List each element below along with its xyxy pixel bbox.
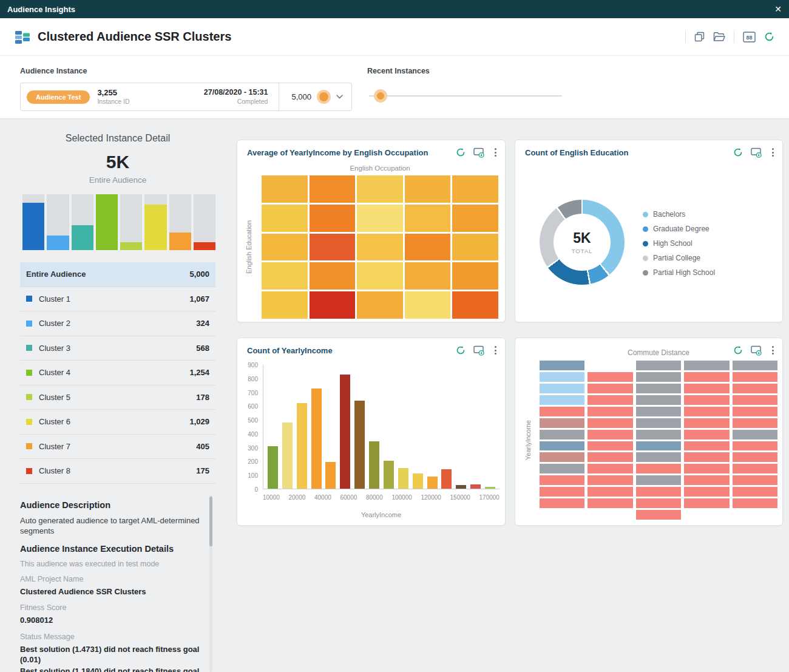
mosaic-cell[interactable]	[636, 487, 681, 497]
heatmap-cell[interactable]	[405, 262, 451, 290]
heatmap-cell[interactable]	[357, 291, 403, 319]
bar[interactable]	[297, 403, 307, 489]
refresh-icon[interactable]	[733, 148, 743, 157]
bar[interactable]	[413, 473, 423, 489]
legend-item[interactable]: Graduate Degree	[643, 225, 715, 233]
mosaic-cell[interactable]	[540, 395, 584, 405]
bar[interactable]	[441, 469, 452, 489]
legend-item[interactable]: Partial College	[643, 254, 715, 262]
bar[interactable]	[384, 461, 394, 489]
mosaic-cell[interactable]	[588, 452, 632, 462]
mosaic-cell[interactable]	[636, 441, 681, 451]
mosaic-cell[interactable]	[540, 475, 584, 485]
mosaic-cell[interactable]	[684, 498, 729, 508]
duplicate-icon[interactable]	[694, 32, 705, 42]
mosaic-cell[interactable]	[636, 418, 681, 428]
mosaic-cell[interactable]	[684, 384, 729, 393]
mosaic-cell[interactable]	[684, 452, 729, 462]
heatmap-cell[interactable]	[405, 205, 451, 232]
bar[interactable]	[485, 487, 495, 489]
mosaic-cell[interactable]	[733, 498, 777, 508]
heatmap-cell[interactable]	[262, 262, 308, 290]
mosaic-cell[interactable]	[540, 384, 584, 393]
heatmap-cell[interactable]	[452, 234, 498, 261]
heatmap-cell[interactable]	[310, 234, 356, 261]
heatmap-cell[interactable]	[310, 175, 356, 203]
cluster-row[interactable]: Cluster 41,254	[20, 361, 215, 385]
mosaic-cell[interactable]	[636, 407, 681, 416]
kebab-menu-icon[interactable]	[492, 345, 499, 355]
heatmap-cell[interactable]	[262, 175, 308, 203]
legend-item[interactable]: Partial High School	[643, 268, 715, 277]
bar[interactable]	[311, 389, 322, 489]
mosaic-cell[interactable]	[588, 498, 632, 508]
bar[interactable]	[340, 375, 350, 489]
mosaic-cell[interactable]	[588, 441, 632, 451]
mosaic-cell[interactable]	[733, 487, 777, 497]
mosaic-cell[interactable]	[540, 464, 584, 473]
mosaic-cell[interactable]	[684, 361, 729, 370]
mosaic-cell[interactable]	[684, 464, 729, 473]
instance-card[interactable]: Audience Test 3,255 Instance ID 27/08/20…	[20, 83, 352, 111]
heatmap-cell[interactable]	[357, 205, 403, 232]
legend-item[interactable]: High School	[643, 239, 715, 248]
mosaic-cell[interactable]	[636, 361, 681, 370]
mosaic-cell[interactable]	[733, 441, 777, 451]
mosaic-cell[interactable]	[540, 361, 584, 370]
bar[interactable]	[398, 468, 408, 489]
mosaic-cell[interactable]	[540, 418, 584, 428]
mosaic-cell[interactable]	[588, 372, 632, 382]
slider-handle[interactable]	[374, 89, 387, 103]
mosaic-cell[interactable]	[636, 464, 681, 473]
mosaic-cell[interactable]	[636, 510, 681, 520]
mosaic-cell[interactable]	[540, 430, 584, 440]
mosaic-cell[interactable]	[733, 407, 777, 416]
mosaic-cell[interactable]	[684, 395, 729, 405]
cluster-minibar-column[interactable]	[169, 194, 191, 250]
mosaic-cell[interactable]	[636, 430, 681, 440]
mosaic-cell[interactable]	[540, 487, 584, 497]
bar[interactable]	[325, 462, 336, 489]
legend-item[interactable]: Bachelors	[643, 210, 715, 219]
audience-total-row[interactable]: Entire Audience5,000	[20, 262, 215, 287]
mosaic-cell[interactable]	[684, 430, 729, 440]
bar[interactable]	[354, 401, 365, 489]
mosaic-cell[interactable]	[733, 384, 777, 393]
cluster-row[interactable]: Cluster 7405	[20, 435, 215, 460]
heatmap-cell[interactable]	[262, 205, 308, 232]
heatmap-cell[interactable]	[310, 262, 356, 290]
panel-scrollbar[interactable]	[209, 495, 212, 672]
heatmap-cell[interactable]	[405, 234, 451, 261]
mosaic-cell[interactable]	[733, 372, 777, 382]
mosaic-cell[interactable]	[636, 452, 681, 462]
mosaic-cell[interactable]	[588, 395, 632, 405]
mosaic-cell[interactable]	[636, 372, 681, 382]
heatmap-cell[interactable]	[405, 175, 451, 203]
mosaic-cell[interactable]	[684, 441, 729, 451]
cluster-row[interactable]: Cluster 61,029	[20, 410, 215, 435]
mosaic-cell[interactable]	[588, 464, 632, 473]
bar[interactable]	[268, 446, 278, 489]
cluster-minibar-column[interactable]	[96, 194, 118, 250]
mosaic-cell[interactable]	[588, 418, 632, 428]
refresh-icon[interactable]	[456, 345, 466, 355]
mosaic-cell[interactable]	[733, 430, 777, 440]
mosaic-cell[interactable]	[733, 361, 777, 370]
open-folder-icon[interactable]	[713, 32, 725, 42]
heatmap-cell[interactable]	[262, 234, 308, 261]
close-icon[interactable]: ✕	[774, 5, 782, 13]
heatmap-cell[interactable]	[452, 205, 498, 232]
mosaic-cell[interactable]	[636, 384, 681, 393]
cluster-row[interactable]: Cluster 11,067	[20, 287, 215, 312]
cluster-minibar-column[interactable]	[120, 194, 142, 250]
mosaic-cell[interactable]	[540, 441, 584, 451]
mosaic-cell[interactable]	[540, 407, 584, 416]
instances-grid-icon[interactable]: 88	[743, 32, 756, 42]
heatmap-cell[interactable]	[452, 175, 498, 203]
mosaic-cell[interactable]	[588, 475, 632, 485]
heatmap-cell[interactable]	[452, 291, 498, 319]
heatmap-cell[interactable]	[357, 175, 403, 203]
heatmap-cell[interactable]	[357, 262, 403, 290]
mosaic-cell[interactable]	[733, 395, 777, 405]
cluster-minibar-column[interactable]	[22, 194, 44, 250]
